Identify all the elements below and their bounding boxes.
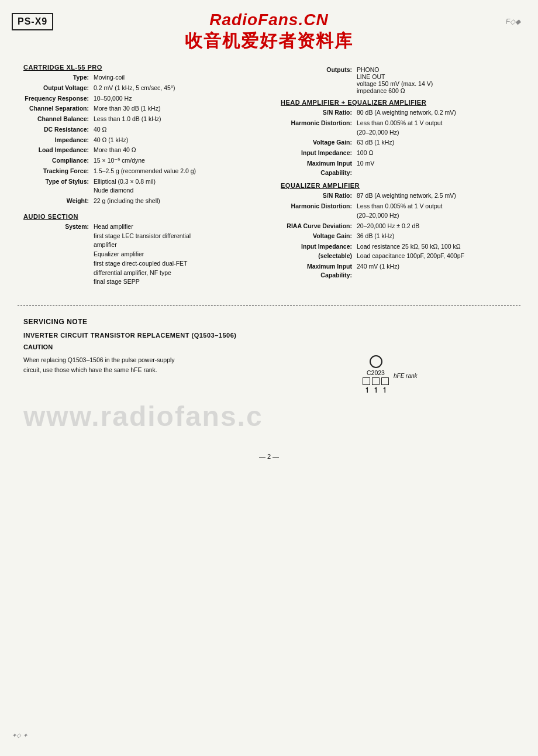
watermark-text: www.radiofans.c bbox=[23, 401, 263, 432]
caution-label: CAUTION bbox=[23, 343, 515, 350]
spec-row-dc-res: DC Resistance: 40 Ω bbox=[23, 125, 263, 135]
right-col-inner: Outputs: PHONO LINE OUT voltage 150 mV (… bbox=[275, 66, 515, 280]
inverter-title: INVERTER CIRCUIT TRANSISTOR REPLACEMENT … bbox=[23, 332, 515, 339]
pin-box-1 bbox=[363, 377, 370, 385]
transistor-label: C2023 bbox=[367, 369, 385, 376]
caution-text: When replacing Q1503–1506 in the pulse p… bbox=[23, 355, 187, 375]
spec-value-ch-bal: Less than 1.0 dB (1 kHz) bbox=[94, 115, 263, 124]
specs-container: CARTRIDGE XL-55 PRO Type: Moving-coil Ou… bbox=[0, 58, 538, 288]
right-value-sn1: 80 dB (A weighting network, 0.2 mV) bbox=[357, 108, 515, 118]
cartridge-section-title: CARTRIDGE XL-55 PRO bbox=[23, 64, 263, 71]
spec-label-imp: Impedance: bbox=[23, 136, 94, 145]
right-value-riaa: 20–20,000 Hz ± 0.2 dB bbox=[357, 222, 515, 231]
right-value-hd1: Less than 0.005% at 1 V output(20–20,000… bbox=[357, 119, 515, 138]
bottom-corner: ✦◇ ✦ bbox=[12, 732, 27, 738]
corner-logo: F◇◆ bbox=[506, 18, 520, 26]
right-row-mic1: Maximum InputCapability: 10 mV bbox=[281, 159, 515, 178]
right-value-sn2: 87 dB (A weighting network, 2.5 mV) bbox=[357, 191, 515, 201]
right-row-hd1: Harmonic Distortion: Less than 0.005% at… bbox=[281, 119, 515, 138]
spec-row-imp: Impedance: 40 Ω (1 kHz) bbox=[23, 136, 263, 145]
spec-label-tracking: Tracking Force: bbox=[23, 167, 94, 176]
hfe-label: hFE rank bbox=[394, 373, 418, 379]
right-value-mic2: 240 mV (1 kHz) bbox=[357, 262, 515, 281]
spec-row-type: Type: Moving-coil bbox=[23, 73, 263, 83]
right-row-mic2: Maximum InputCapability: 240 mV (1 kHz) bbox=[281, 262, 515, 281]
right-label-ii2: Input Impedance:(selectable) bbox=[281, 242, 357, 261]
outputs-value: PHONO LINE OUT voltage 150 mV (max. 14 V… bbox=[357, 66, 433, 94]
right-row-sn1: S/N Ratio: 80 dB (A weighting network, 0… bbox=[281, 108, 515, 118]
pin-legs: ↿ ↿ ↿ bbox=[364, 386, 388, 394]
spec-value-type: Moving-coil bbox=[94, 73, 263, 83]
diagram-area: When replacing Q1503–1506 in the pulse p… bbox=[23, 355, 515, 394]
header-title-cn: 收音机爱好者资料库 bbox=[0, 29, 538, 53]
transistor-pins bbox=[363, 377, 389, 385]
equalizer-section-title: EQUALIZER AMPLIFIER bbox=[281, 182, 515, 189]
right-label-vg2: Voltage Gain: bbox=[281, 232, 357, 241]
spec-value-output-voltage: 0.2 mV (1 kHz, 5 cm/sec, 45°) bbox=[94, 84, 263, 93]
right-label-hd2: Harmonic Distortion: bbox=[281, 202, 357, 221]
right-value-hd2: Less than 0.005% at 1 V output(20–20,000… bbox=[357, 202, 515, 221]
right-row-vg2: Voltage Gain: 36 dB (1 kHz) bbox=[281, 232, 515, 241]
right-row-vg1: Voltage Gain: 63 dB (1 kHz) bbox=[281, 138, 515, 147]
right-label-mic2: Maximum InputCapability: bbox=[281, 262, 357, 281]
spec-value-tracking: 1.5–2.5 g (recommended value 2.0 g) bbox=[94, 167, 263, 176]
servicing-section: SERVICING NOTE INVERTER CIRCUIT TRANSIST… bbox=[0, 318, 538, 394]
servicing-title: SERVICING NOTE bbox=[23, 318, 515, 326]
right-row-riaa: RIAA Curve Deviation: 20–20,000 Hz ± 0.2… bbox=[281, 222, 515, 231]
right-value-ii2: Load resistance 25 kΩ, 50 kΩ, 100 kΩLoad… bbox=[357, 242, 515, 261]
spec-row-ch-sep: Channel Separation: More than 30 dB (1 k… bbox=[23, 104, 263, 114]
outputs-label: Outputs: bbox=[281, 66, 357, 94]
right-row-ii1: Input Impedance: 100 Ω bbox=[281, 149, 515, 158]
right-label-sn2: S/N Ratio: bbox=[281, 191, 357, 201]
right-value-vg2: 36 dB (1 kHz) bbox=[357, 232, 515, 241]
spec-label-weight: Weight: bbox=[23, 197, 94, 206]
spec-row-compliance: Compliance: 15 × 10⁻⁶ cm/dyne bbox=[23, 156, 263, 166]
right-row-hd2: Harmonic Distortion: Less than 0.005% at… bbox=[281, 202, 515, 221]
page: PS-X9 RadioFans.CN 收音机爱好者资料库 F◇◆ CARTRID… bbox=[0, 0, 538, 756]
spec-label-dc-res: DC Resistance: bbox=[23, 125, 94, 135]
right-row-sn2: S/N Ratio: 87 dB (A weighting network, 2… bbox=[281, 191, 515, 201]
spec-label-ch-sep: Channel Separation: bbox=[23, 104, 94, 114]
spec-value-freq: 10–50,000 Hz bbox=[94, 94, 263, 104]
spec-row-system: System: Head amplifier first stage LEC t… bbox=[23, 222, 263, 287]
spec-row-load-imp: Load Impedance: More than 40 Ω bbox=[23, 146, 263, 155]
header-title-en: RadioFans.CN bbox=[0, 11, 538, 29]
right-label-mic1: Maximum InputCapability: bbox=[281, 159, 357, 178]
pin-leg-1: ↿ bbox=[364, 386, 370, 394]
pin-leg-2: ↿ bbox=[373, 386, 379, 394]
specs-left: CARTRIDGE XL-55 PRO Type: Moving-coil Ou… bbox=[23, 64, 263, 288]
spec-label-load-imp: Load Impedance: bbox=[23, 146, 94, 155]
pin-leg-3: ↿ bbox=[382, 386, 388, 394]
right-label-ii1: Input Impedance: bbox=[281, 149, 357, 158]
spec-value-load-imp: More than 40 Ω bbox=[94, 146, 263, 155]
right-label-sn1: S/N Ratio: bbox=[281, 108, 357, 118]
right-value-mic1: 10 mV bbox=[357, 159, 515, 178]
pin-box-3 bbox=[381, 377, 389, 385]
page-number: — 2 — bbox=[0, 453, 538, 466]
right-label-vg1: Voltage Gain: bbox=[281, 138, 357, 147]
pin-box-2 bbox=[372, 377, 380, 385]
spec-value-compliance: 15 × 10⁻⁶ cm/dyne bbox=[94, 156, 263, 166]
right-label-hd1: Harmonic Distortion: bbox=[281, 119, 357, 138]
spec-value-dc-res: 40 Ω bbox=[94, 125, 263, 135]
spec-row-stylus: Type of Stylus: Elliptical (0.3 × 0.8 mi… bbox=[23, 177, 263, 196]
right-row-ii2: Input Impedance:(selectable) Load resist… bbox=[281, 242, 515, 261]
dashed-divider bbox=[18, 305, 520, 306]
watermark: www.radiofans.c bbox=[0, 400, 538, 429]
spec-value-ch-sep: More than 30 dB (1 kHz) bbox=[94, 104, 263, 114]
spec-row-output-voltage: Output Voltage: 0.2 mV (1 kHz, 5 cm/sec,… bbox=[23, 84, 263, 93]
spec-value-system: Head amplifier first stage LEC transisto… bbox=[94, 222, 263, 287]
spec-row-ch-bal: Channel Balance: Less than 1.0 dB (1 kHz… bbox=[23, 115, 263, 124]
spec-value-imp: 40 Ω (1 kHz) bbox=[94, 136, 263, 145]
right-label-riaa: RIAA Curve Deviation: bbox=[281, 222, 357, 231]
spec-label-type: Type: bbox=[23, 73, 94, 83]
right-value-vg1: 63 dB (1 kHz) bbox=[357, 138, 515, 147]
outputs-row: Outputs: PHONO LINE OUT voltage 150 mV (… bbox=[281, 66, 515, 94]
spec-value-weight: 22 g (including the shell) bbox=[94, 197, 263, 206]
audio-section-title: AUDIO SECTION bbox=[23, 213, 263, 220]
transistor-diagram: C2023 ↿ ↿ ↿ bbox=[363, 355, 389, 394]
head-amp-section-title: HEAD AMPLIFIER + EQUALIZER AMPLIFIER bbox=[281, 99, 515, 106]
spec-label-freq: Frequency Response: bbox=[23, 94, 94, 104]
transistor-circle bbox=[370, 355, 382, 368]
specs-right: Outputs: PHONO LINE OUT voltage 150 mV (… bbox=[275, 64, 515, 288]
